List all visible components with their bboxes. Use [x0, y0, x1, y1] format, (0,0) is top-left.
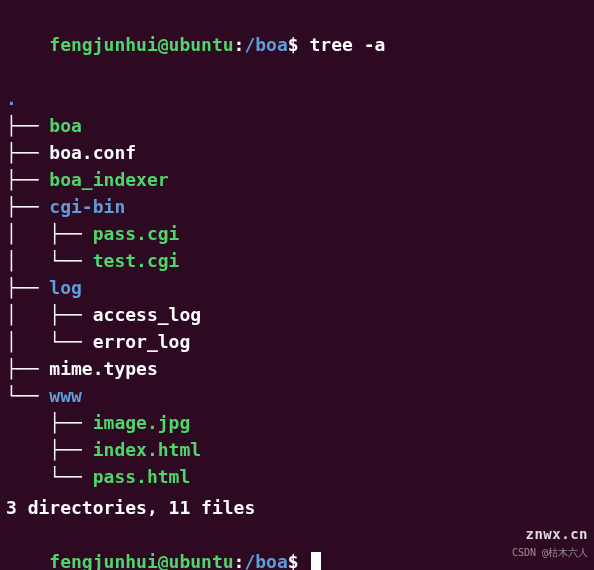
tree-connector: ├──: [6, 358, 49, 379]
tree-entry: index.html: [93, 439, 201, 460]
terminal-output[interactable]: fengjunhui@ubuntu:/boa$ tree -a . ├── bo…: [6, 4, 588, 570]
tree-connector: ├──: [6, 412, 93, 433]
tree-row: ├── mime.types: [6, 355, 588, 382]
tree-connector: ├──: [6, 277, 49, 298]
tree-connector: ├──: [6, 115, 49, 136]
tree-connector: ├──: [6, 142, 49, 163]
user-host: fengjunhui@ubuntu: [49, 34, 233, 55]
tree-entry: boa: [49, 115, 82, 136]
watermark-author: CSDN @枯木六人: [512, 545, 588, 560]
tree-row: └── www: [6, 382, 588, 409]
cwd-path: /boa: [244, 34, 287, 55]
colon: :: [234, 34, 245, 55]
tree-row: ├── log: [6, 274, 588, 301]
tree-entry: test.cgi: [93, 250, 180, 271]
prompt-line-1: fengjunhui@ubuntu:/boa$ tree -a: [6, 4, 588, 85]
tree-row: └── pass.html: [6, 463, 588, 490]
tree-body: ├── boa├── boa.conf├── boa_indexer├── cg…: [6, 112, 588, 490]
tree-entry: image.jpg: [93, 412, 191, 433]
tree-row: ├── boa: [6, 112, 588, 139]
command: tree -a: [309, 34, 385, 55]
colon: :: [234, 551, 245, 570]
tree-connector: └──: [6, 466, 93, 487]
tree-entry: boa_indexer: [49, 169, 168, 190]
tree-row: ├── boa.conf: [6, 139, 588, 166]
prompt-line-2: fengjunhui@ubuntu:/boa$: [6, 521, 588, 570]
tree-connector: │ └──: [6, 331, 93, 352]
tree-row: ├── image.jpg: [6, 409, 588, 436]
cwd-path: /boa: [244, 551, 287, 570]
tree-connector: │ ├──: [6, 304, 93, 325]
user-host: fengjunhui@ubuntu: [49, 551, 233, 570]
watermark: znwx.cn CSDN @枯木六人: [512, 524, 588, 560]
tree-entry: www: [49, 385, 82, 406]
watermark-domain: znwx.cn: [512, 524, 588, 545]
dollar: $: [288, 34, 299, 55]
tree-entry: cgi-bin: [49, 196, 125, 217]
tree-row: │ └── error_log: [6, 328, 588, 355]
tree-entry: error_log: [93, 331, 191, 352]
tree-entry: pass.html: [93, 466, 191, 487]
tree-entry: log: [49, 277, 82, 298]
tree-row: │ ├── access_log: [6, 301, 588, 328]
root-dot: .: [6, 88, 17, 109]
tree-entry: boa.conf: [49, 142, 136, 163]
tree-row: ├── cgi-bin: [6, 193, 588, 220]
tree-summary: 3 directories, 11 files: [6, 494, 588, 521]
tree-connector: ├──: [6, 196, 49, 217]
tree-root: .: [6, 85, 588, 112]
tree-connector: ├──: [6, 169, 49, 190]
cursor-icon: [311, 552, 321, 570]
tree-row: ├── index.html: [6, 436, 588, 463]
dollar: $: [288, 551, 299, 570]
tree-connector: └──: [6, 385, 49, 406]
tree-connector: ├──: [6, 439, 93, 460]
tree-connector: │ ├──: [6, 223, 93, 244]
tree-entry: access_log: [93, 304, 201, 325]
tree-row: │ └── test.cgi: [6, 247, 588, 274]
tree-entry: mime.types: [49, 358, 157, 379]
tree-row: ├── boa_indexer: [6, 166, 588, 193]
tree-row: │ ├── pass.cgi: [6, 220, 588, 247]
tree-connector: │ └──: [6, 250, 93, 271]
tree-entry: pass.cgi: [93, 223, 180, 244]
